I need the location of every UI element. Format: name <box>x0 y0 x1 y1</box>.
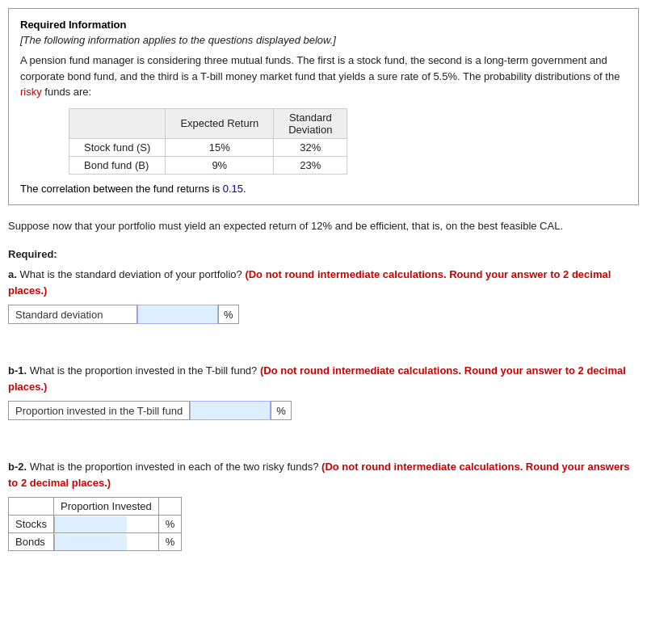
italic-note: [The following information applies to th… <box>20 34 627 46</box>
question-b1-bold: (Do not round intermediate calculations.… <box>8 364 626 393</box>
correlation-value: 0.15 <box>223 183 243 195</box>
std-dev-label: Standard deviation <box>8 305 137 324</box>
table-row: Bond fund (B) 9% 23% <box>69 156 347 174</box>
table-row: Stock fund (S) 15% 32% <box>69 138 347 156</box>
proportion-table-header: Proportion Invested <box>54 498 159 516</box>
question-b2-bold: (Do not round intermediate calculations.… <box>8 461 629 489</box>
question-b1-input-row: Proportion invested in the T-bill fund % <box>8 401 639 420</box>
std-dev-input[interactable] <box>137 305 218 324</box>
bonds-label: Bonds <box>9 533 54 551</box>
fund-name-bond: Bond fund (B) <box>69 156 166 174</box>
suppose-section: Suppose now that your portfolio must yie… <box>8 218 639 234</box>
tbill-proportion-unit: % <box>271 401 292 420</box>
bonds-proportion-input[interactable] <box>54 534 127 550</box>
bond-std-dev: 23% <box>274 156 347 174</box>
question-a-label: a. <box>8 268 17 280</box>
suppose-text: Suppose now that your portfolio must yie… <box>8 218 639 234</box>
correlation-text: The correlation between the fund returns… <box>20 183 627 195</box>
bonds-unit: % <box>158 533 182 551</box>
required-info-title: Required Information <box>20 19 627 31</box>
stock-expected-return: 15% <box>166 138 274 156</box>
question-b2-text: b-2. What is the proportion invested in … <box>8 459 639 490</box>
stocks-input-cell <box>54 516 159 533</box>
description: A pension fund manager is considering th… <box>20 53 627 100</box>
col-header-empty <box>69 108 166 138</box>
proportion-table-unit-header <box>158 498 182 516</box>
question-a-text: a. What is the standard deviation of you… <box>8 267 639 298</box>
question-b1-text: b-1. What is the proportion invested in … <box>8 363 639 394</box>
bond-expected-return: 9% <box>166 156 274 174</box>
question-b2-label: b-2. <box>8 461 27 473</box>
bonds-input-cell <box>54 533 159 551</box>
question-a-bold: (Do not round intermediate calculations.… <box>8 268 611 297</box>
required-info-box: Required Information [The following info… <box>8 8 639 205</box>
tbill-proportion-label: Proportion invested in the T-bill fund <box>8 401 190 420</box>
col-header-expected-return: Expected Return <box>166 108 274 138</box>
col-header-std-dev: StandardDeviation <box>274 108 347 138</box>
question-b1-section: b-1. What is the proportion invested in … <box>8 363 639 420</box>
required-label: Required: <box>8 248 639 260</box>
fund-name-stock: Stock fund (S) <box>69 138 166 156</box>
std-dev-unit: % <box>218 305 239 324</box>
fund-data-table: Expected Return StandardDeviation Stock … <box>69 108 347 175</box>
risky-link: risky <box>20 86 42 98</box>
table-row: Stocks % <box>9 516 182 533</box>
proportion-table-empty-header <box>9 498 54 516</box>
question-b2-section: b-2. What is the proportion invested in … <box>8 459 639 551</box>
question-a-section: a. What is the standard deviation of you… <box>8 267 639 324</box>
proportion-table: Proportion Invested Stocks % Bonds % <box>8 497 182 551</box>
stocks-unit: % <box>158 516 182 533</box>
tbill-proportion-input[interactable] <box>190 401 271 420</box>
stocks-label: Stocks <box>9 516 54 533</box>
stock-std-dev: 32% <box>274 138 347 156</box>
question-a-input-row: Standard deviation % <box>8 305 639 324</box>
question-b1-label: b-1. <box>8 364 27 377</box>
table-row: Bonds % <box>9 533 182 551</box>
stocks-proportion-input[interactable] <box>54 516 127 532</box>
